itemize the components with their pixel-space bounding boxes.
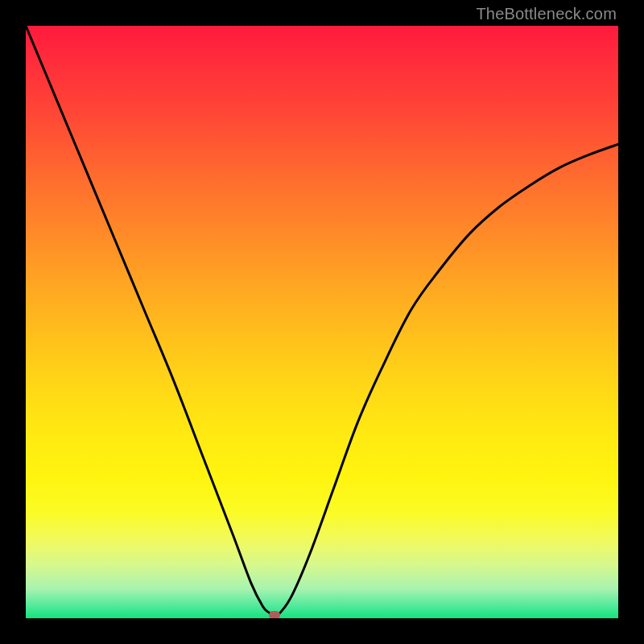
minimum-marker — [269, 611, 280, 618]
bottleneck-curve — [26, 26, 618, 615]
watermark-text: TheBottleneck.com — [476, 5, 617, 23]
plot-area — [26, 26, 618, 618]
curve-svg — [26, 26, 618, 618]
chart-frame: TheBottleneck.com — [0, 0, 644, 644]
